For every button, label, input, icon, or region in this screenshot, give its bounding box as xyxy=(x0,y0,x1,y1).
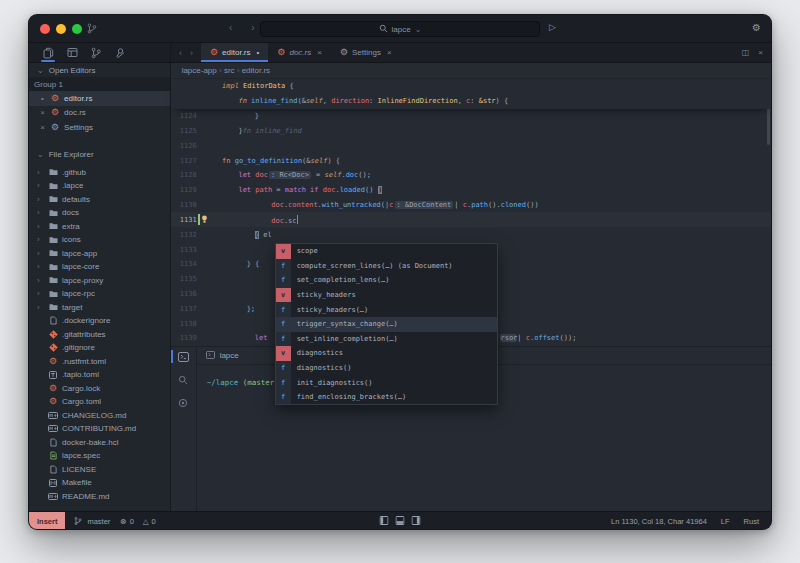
breadcrumb-item[interactable]: editor.rs xyxy=(242,66,270,75)
completion-item-sticky-headers-[interactable]: fsticky_headers(…) xyxy=(276,302,497,317)
toggle-bottom-panel-icon[interactable] xyxy=(396,516,405,527)
file-explorer-header[interactable]: ⌄ File Explorer xyxy=(29,148,170,162)
breadcrumb-item[interactable]: src xyxy=(224,66,235,75)
completion-item-trigger-syntax-change-[interactable]: ftrigger_syntax_change(…) xyxy=(276,317,497,332)
close-window-button[interactable] xyxy=(40,24,50,34)
zoom-window-button[interactable] xyxy=(72,24,82,34)
folder-item-extra[interactable]: ›extra xyxy=(29,220,170,234)
file-item-LICENSE[interactable]: LICENSE xyxy=(29,463,170,477)
folder-item--lapce[interactable]: ›.lapce xyxy=(29,179,170,193)
folder-item--github[interactable]: ›.github xyxy=(29,166,170,180)
line-ending[interactable]: LF xyxy=(721,517,730,526)
open-editor-item-editor-rs[interactable]: •⚙editor.rs xyxy=(29,91,170,106)
file-item-lapce-spec[interactable]: lapce.spec xyxy=(29,449,170,463)
minimize-window-button[interactable] xyxy=(56,24,66,34)
folder-item-lapce-app[interactable]: ›lapce-app xyxy=(29,247,170,261)
completion-item-compute-screen-lines-as-Document-[interactable]: fcompute_screen_lines(…) (as Document) xyxy=(276,259,497,274)
modified-dot[interactable]: • xyxy=(39,94,46,103)
close-tab-icon[interactable]: × xyxy=(317,48,322,57)
completion-item-scope[interactable]: vscope xyxy=(276,244,497,259)
folder-item-docs[interactable]: ›docs xyxy=(29,206,170,220)
close-icon[interactable]: × xyxy=(39,108,46,117)
breadcrumb-item[interactable]: lapce-app xyxy=(182,66,217,75)
folder-item-lapce-rpc[interactable]: ›lapce-rpc xyxy=(29,287,170,301)
tab-doc-rs[interactable]: ⚙doc.rs× xyxy=(268,43,331,62)
source-control-icon[interactable] xyxy=(89,45,103,61)
palette-search-box[interactable]: lapce ⌄ xyxy=(260,21,540,37)
language-mode[interactable]: Rust xyxy=(744,517,759,526)
folder-item-lapce-proxy[interactable]: ›lapce-proxy xyxy=(29,274,170,288)
tabs-forward-button[interactable]: › xyxy=(190,48,193,58)
file-item--gitattributes[interactable]: .gitattributes xyxy=(29,328,170,342)
open-editors-header[interactable]: ⌄ Open Editors xyxy=(29,63,170,77)
search-icon[interactable] xyxy=(178,375,188,387)
folder-item-icons[interactable]: ›icons xyxy=(29,233,170,247)
group-label: Group 1 xyxy=(34,80,63,89)
toggle-left-panel-icon[interactable] xyxy=(380,516,389,527)
file-item-Cargo-toml[interactable]: ⚙Cargo.toml xyxy=(29,395,170,409)
branch-icon xyxy=(87,23,97,36)
plugins-icon[interactable] xyxy=(65,45,79,61)
branch-indicator[interactable]: master xyxy=(74,516,110,528)
completion-label: diagnostics xyxy=(297,349,343,357)
code-line-1128[interactable]: 1128let doc: Rc<Doc> = self.doc(); xyxy=(171,168,771,183)
completion-item-set-completion-lens-[interactable]: fset_completion_lens(…) xyxy=(276,273,497,288)
close-editor-icon[interactable]: × xyxy=(758,48,763,57)
folder-item-target[interactable]: ›target xyxy=(29,301,170,315)
file-item--dockerignore[interactable]: .dockerignore xyxy=(29,314,170,328)
completion-item-diagnostics-[interactable]: fdiagnostics() xyxy=(276,361,497,376)
file-item-CONTRIBUTING-md[interactable]: CONTRIBUTING.md xyxy=(29,422,170,436)
code-line-1126[interactable]: 1126 xyxy=(171,138,771,153)
close-icon[interactable]: × xyxy=(39,123,46,132)
rust-file-icon: ⚙ xyxy=(210,48,218,57)
code-action-lightbulb-icon[interactable] xyxy=(201,215,208,226)
completion-item-diagnostics[interactable]: vdiagnostics xyxy=(276,346,497,361)
tabs-back-button[interactable]: ‹ xyxy=(179,48,182,58)
file-item-README-md[interactable]: README.md xyxy=(29,490,170,504)
run-button[interactable]: ▷ xyxy=(549,22,556,32)
nav-back-button[interactable]: ‹ xyxy=(229,22,240,33)
folder-item-defaults[interactable]: ›defaults xyxy=(29,193,170,207)
sticky-code-line[interactable]: impl EditorData { xyxy=(171,79,771,94)
toggle-right-panel-icon[interactable] xyxy=(412,516,421,527)
file-item-Makefile[interactable]: Makefile xyxy=(29,476,170,490)
completion-item-init-diagnostics-[interactable]: finit_diagnostics() xyxy=(276,375,497,390)
open-editor-item-Settings[interactable]: ×⚙Settings xyxy=(29,120,170,135)
open-editor-item-doc-rs[interactable]: ×⚙doc.rs xyxy=(29,106,170,121)
code-line-1131[interactable]: 1131doc.sc xyxy=(171,212,771,227)
cursor-position[interactable]: Ln 1130, Col 18, Char 41964 xyxy=(611,517,707,526)
file-item-Cargo-lock[interactable]: ⚙Cargo.lock xyxy=(29,382,170,396)
line-number: 1134 xyxy=(171,260,197,268)
completion-item-find-enclosing-brackets-[interactable]: ffind_enclosing_brackets(…) xyxy=(276,390,497,405)
completion-item-sticky-headers[interactable]: vsticky_headers xyxy=(276,288,497,303)
mode-badge[interactable]: Insert xyxy=(29,512,65,530)
code-line-1132[interactable]: 1132} el xyxy=(171,227,771,242)
split-editor-icon[interactable]: ◫ xyxy=(742,48,750,57)
diagnostics-indicator[interactable]: ⊗ 0 △ 0 xyxy=(120,517,155,526)
file-item-docker-bake-hcl[interactable]: docker-bake.hcl xyxy=(29,436,170,450)
line-number: 1133 xyxy=(171,246,197,254)
code-line-1127[interactable]: 1127fn go_to_definition(&self) { xyxy=(171,153,771,168)
folder-item-lapce-core[interactable]: ›lapce-core xyxy=(29,260,170,274)
file-item--taplo-toml[interactable]: .taplo.toml xyxy=(29,368,170,382)
tab-editor-rs[interactable]: ⚙editor.rs• xyxy=(201,43,268,62)
entry-label: lapce-proxy xyxy=(62,276,103,285)
completion-kind-variable-icon: v xyxy=(276,346,291,361)
tab-Settings[interactable]: ⚙Settings× xyxy=(331,43,401,62)
file-item--rustfmt-toml[interactable]: ⚙.rustfmt.toml xyxy=(29,355,170,369)
code-line-1125[interactable]: 1125}fn inline_find xyxy=(171,123,771,138)
close-tab-icon[interactable]: × xyxy=(387,48,392,57)
code-line-1124[interactable]: 1124} xyxy=(171,109,771,124)
debug-icon[interactable] xyxy=(113,45,127,61)
explorer-icon[interactable] xyxy=(41,45,55,61)
completion-item-set-inline-completion-[interactable]: fset_inline_completion(…) xyxy=(276,332,497,347)
sticky-code-line[interactable]: fn inline_find(&self, direction: InlineF… xyxy=(171,94,771,109)
file-item-CHANGELOG-md[interactable]: CHANGELOG.md xyxy=(29,409,170,423)
code-editor[interactable]: impl EditorData {fn inline_find(&self, d… xyxy=(171,79,771,346)
settings-gear-icon[interactable]: ⚙ xyxy=(752,22,761,33)
code-line-1130[interactable]: 1130doc.content.with_untracked(|c: &DocC… xyxy=(171,198,771,213)
code-line-1129[interactable]: 1129let path = match if doc.loaded() { xyxy=(171,183,771,198)
terminal-icon[interactable] xyxy=(178,352,189,364)
debug-icon[interactable] xyxy=(178,398,188,410)
file-item--gitignore[interactable]: .gitignore xyxy=(29,341,170,355)
